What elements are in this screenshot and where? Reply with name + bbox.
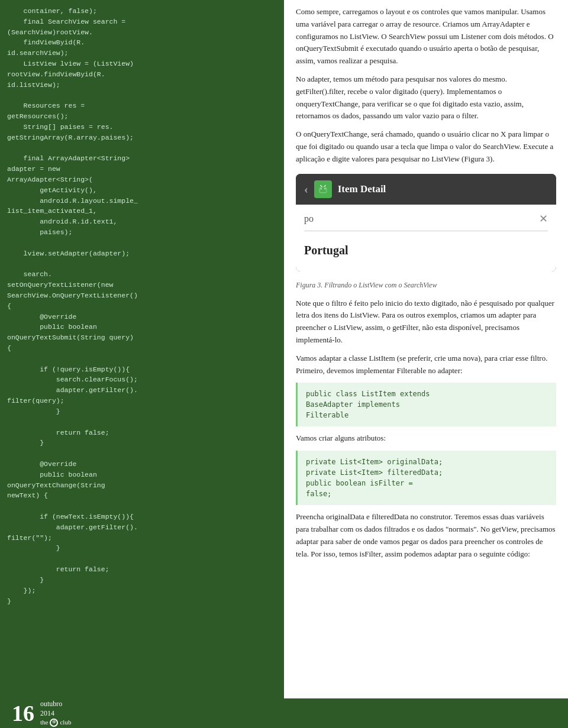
code-box-2-text: private List<Item> originalData; private… [306, 457, 548, 499]
android-search-row: po ✕ [304, 211, 548, 232]
code-box-1: public class ListItem extends BaseAdapte… [296, 383, 556, 426]
mockup-title: Item Detail [338, 181, 386, 197]
logo-circle-icon: ⊕ [50, 719, 58, 727]
paragraph-5: Vamos adaptar a classe ListItem (se pref… [296, 352, 556, 377]
code-box-1-text: public class ListItem extends BaseAdapte… [306, 389, 548, 420]
code-box-2: private List<Item> originalData; private… [296, 451, 556, 505]
code-block: container, false); final SearchView sear… [7, 6, 277, 606]
footer-logo-text: the [40, 718, 48, 726]
paragraph-1: Como sempre, carregamos o layout e os co… [296, 6, 556, 67]
android-list-item[interactable]: Portugal [304, 237, 548, 263]
footer-club: club [60, 718, 71, 726]
android-title-bar: ‹ Item Detail [296, 174, 556, 205]
paragraph-3: O onQueryTextChange, será chamado, quand… [296, 128, 556, 165]
page-footer: 16 outubro 2014 the ⊕ club [0, 698, 568, 728]
footer-year: 2014 [40, 709, 71, 719]
android-content: po ✕ Portugal [296, 205, 556, 272]
android-robot-icon [317, 183, 329, 195]
left-column: container, false); final SearchView sear… [0, 0, 284, 698]
figure-caption: Figura 3. Filtrando o ListView com o Sea… [296, 280, 556, 291]
footer-month: outubro [40, 700, 71, 709]
paragraph-2: No adapter, temos um método para pesquis… [296, 73, 556, 122]
svg-line-4 [321, 185, 322, 186]
page-layout: container, false); final SearchView sear… [0, 0, 568, 698]
page-number: 16 [12, 702, 34, 724]
svg-line-5 [324, 185, 325, 186]
back-arrow-icon[interactable]: ‹ [304, 180, 308, 199]
svg-point-3 [324, 188, 325, 189]
paragraph-7: Preencha originalData e filteredData no … [296, 511, 556, 560]
paragraph-6: Vamos criar alguns atributos: [296, 432, 556, 445]
paragraph-4: Note que o filtro é feito pelo inicio do… [296, 297, 556, 347]
android-app-icon [314, 180, 332, 198]
footer-logo: the ⊕ club [40, 718, 71, 726]
svg-point-2 [320, 188, 321, 189]
android-mockup: ‹ Item Detail po ✕ [296, 174, 556, 272]
close-icon[interactable]: ✕ [539, 211, 548, 228]
right-column: Como sempre, carregamos o layout e os co… [284, 0, 568, 698]
android-search-text[interactable]: po [304, 211, 539, 227]
footer-right: outubro 2014 the ⊕ club [40, 700, 71, 726]
